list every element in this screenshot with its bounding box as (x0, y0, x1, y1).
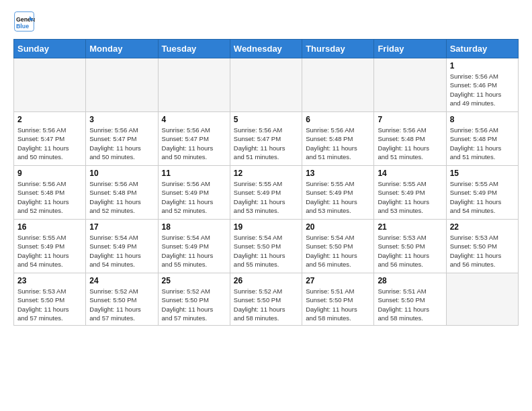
day-cell: 19Sunrise: 5:54 AM Sunset: 5:50 PM Dayli… (230, 220, 302, 273)
day-cell: 20Sunrise: 5:54 AM Sunset: 5:50 PM Dayli… (302, 220, 374, 273)
day-info: Sunrise: 5:54 AM Sunset: 5:50 PM Dayligh… (234, 233, 298, 269)
day-info: Sunrise: 5:51 AM Sunset: 5:50 PM Dayligh… (306, 287, 370, 322)
day-cell: 11Sunrise: 5:56 AM Sunset: 5:49 PM Dayli… (158, 166, 230, 220)
day-cell: 25Sunrise: 5:52 AM Sunset: 5:50 PM Dayli… (158, 273, 230, 326)
weekday-header-thursday: Thursday (302, 40, 374, 58)
day-info: Sunrise: 5:56 AM Sunset: 5:47 PM Dayligh… (162, 126, 226, 161)
day-cell: 9Sunrise: 5:56 AM Sunset: 5:48 PM Daylig… (14, 166, 86, 220)
day-info: Sunrise: 5:52 AM Sunset: 5:50 PM Dayligh… (234, 287, 298, 322)
day-cell: 12Sunrise: 5:55 AM Sunset: 5:49 PM Dayli… (230, 166, 302, 220)
day-info: Sunrise: 5:52 AM Sunset: 5:50 PM Dayligh… (89, 287, 154, 322)
week-row-5: 23Sunrise: 5:53 AM Sunset: 5:50 PM Dayli… (14, 273, 519, 326)
day-number: 21 (378, 222, 442, 232)
weekday-header-tuesday: Tuesday (158, 40, 230, 58)
weekday-header-friday: Friday (374, 40, 446, 58)
day-info: Sunrise: 5:56 AM Sunset: 5:48 PM Dayligh… (17, 179, 82, 215)
day-cell: 14Sunrise: 5:55 AM Sunset: 5:49 PM Dayli… (374, 166, 446, 220)
day-cell (14, 58, 86, 112)
day-number: 18 (162, 222, 226, 232)
day-cell: 26Sunrise: 5:52 AM Sunset: 5:50 PM Dayli… (230, 273, 302, 326)
day-info: Sunrise: 5:55 AM Sunset: 5:49 PM Dayligh… (234, 179, 298, 215)
day-info: Sunrise: 5:54 AM Sunset: 5:49 PM Dayligh… (162, 233, 226, 269)
day-cell (446, 273, 518, 326)
logo-icon: General Blue (13, 11, 35, 32)
day-info: Sunrise: 5:55 AM Sunset: 5:49 PM Dayligh… (450, 179, 515, 215)
day-cell: 5Sunrise: 5:56 AM Sunset: 5:47 PM Daylig… (230, 112, 302, 166)
day-cell: 8Sunrise: 5:56 AM Sunset: 5:48 PM Daylig… (446, 112, 518, 166)
day-number: 12 (234, 169, 298, 178)
day-number: 22 (450, 222, 515, 232)
day-cell: 7Sunrise: 5:56 AM Sunset: 5:48 PM Daylig… (374, 112, 446, 166)
day-number: 23 (17, 276, 82, 285)
day-number: 27 (306, 276, 370, 285)
weekday-header-saturday: Saturday (446, 40, 518, 58)
day-info: Sunrise: 5:56 AM Sunset: 5:49 PM Dayligh… (162, 179, 226, 215)
day-number: 15 (450, 169, 515, 178)
logo: General Blue (13, 11, 36, 32)
day-number: 26 (234, 276, 298, 285)
day-cell (86, 58, 158, 112)
page: General Blue SundayMondayTuesdayWednesda… (0, 0, 532, 411)
day-info: Sunrise: 5:52 AM Sunset: 5:50 PM Dayligh… (162, 287, 226, 322)
day-info: Sunrise: 5:56 AM Sunset: 5:47 PM Dayligh… (234, 126, 298, 161)
day-number: 10 (89, 169, 154, 178)
day-info: Sunrise: 5:53 AM Sunset: 5:50 PM Dayligh… (378, 233, 442, 269)
weekday-header-wednesday: Wednesday (230, 40, 302, 58)
day-number: 28 (378, 276, 442, 285)
day-info: Sunrise: 5:51 AM Sunset: 5:50 PM Dayligh… (378, 287, 442, 322)
weekday-header-monday: Monday (86, 40, 158, 58)
day-cell: 6Sunrise: 5:56 AM Sunset: 5:48 PM Daylig… (302, 112, 374, 166)
day-number: 5 (234, 115, 298, 124)
day-number: 2 (17, 115, 82, 124)
day-cell: 27Sunrise: 5:51 AM Sunset: 5:50 PM Dayli… (302, 273, 374, 326)
day-info: Sunrise: 5:56 AM Sunset: 5:47 PM Dayligh… (89, 126, 154, 161)
week-row-3: 9Sunrise: 5:56 AM Sunset: 5:48 PM Daylig… (14, 166, 519, 220)
day-number: 6 (306, 115, 370, 124)
day-number: 11 (162, 169, 226, 178)
day-cell (374, 58, 446, 112)
day-info: Sunrise: 5:54 AM Sunset: 5:49 PM Dayligh… (89, 233, 154, 269)
day-cell: 24Sunrise: 5:52 AM Sunset: 5:50 PM Dayli… (86, 273, 158, 326)
day-info: Sunrise: 5:53 AM Sunset: 5:50 PM Dayligh… (450, 233, 515, 269)
day-cell: 13Sunrise: 5:55 AM Sunset: 5:49 PM Dayli… (302, 166, 374, 220)
day-cell (230, 58, 302, 112)
day-cell: 2Sunrise: 5:56 AM Sunset: 5:47 PM Daylig… (14, 112, 86, 166)
day-cell (158, 58, 230, 112)
calendar: SundayMondayTuesdayWednesdayThursdayFrid… (13, 39, 519, 326)
day-info: Sunrise: 5:56 AM Sunset: 5:48 PM Dayligh… (89, 179, 154, 215)
header: General Blue (13, 11, 519, 32)
day-info: Sunrise: 5:54 AM Sunset: 5:50 PM Dayligh… (306, 233, 370, 269)
day-cell: 15Sunrise: 5:55 AM Sunset: 5:49 PM Dayli… (446, 166, 518, 220)
day-cell: 21Sunrise: 5:53 AM Sunset: 5:50 PM Dayli… (374, 220, 446, 273)
weekday-header-row: SundayMondayTuesdayWednesdayThursdayFrid… (14, 40, 519, 58)
day-number: 1 (450, 61, 515, 71)
svg-text:Blue: Blue (16, 23, 29, 30)
day-info: Sunrise: 5:56 AM Sunset: 5:47 PM Dayligh… (17, 126, 82, 161)
day-number: 19 (234, 222, 298, 232)
day-cell (302, 58, 374, 112)
day-cell: 28Sunrise: 5:51 AM Sunset: 5:50 PM Dayli… (374, 273, 446, 326)
day-info: Sunrise: 5:56 AM Sunset: 5:48 PM Dayligh… (450, 126, 515, 161)
day-cell: 23Sunrise: 5:53 AM Sunset: 5:50 PM Dayli… (14, 273, 86, 326)
day-number: 20 (306, 222, 370, 232)
day-cell: 4Sunrise: 5:56 AM Sunset: 5:47 PM Daylig… (158, 112, 230, 166)
day-cell: 16Sunrise: 5:55 AM Sunset: 5:49 PM Dayli… (14, 220, 86, 273)
day-cell: 22Sunrise: 5:53 AM Sunset: 5:50 PM Dayli… (446, 220, 518, 273)
day-cell: 3Sunrise: 5:56 AM Sunset: 5:47 PM Daylig… (86, 112, 158, 166)
day-number: 25 (162, 276, 226, 285)
day-number: 4 (162, 115, 226, 124)
day-cell: 1Sunrise: 5:56 AM Sunset: 5:46 PM Daylig… (446, 58, 518, 112)
day-number: 13 (306, 169, 370, 178)
day-cell: 10Sunrise: 5:56 AM Sunset: 5:48 PM Dayli… (86, 166, 158, 220)
day-number: 8 (450, 115, 515, 124)
day-number: 24 (89, 276, 154, 285)
day-info: Sunrise: 5:56 AM Sunset: 5:48 PM Dayligh… (378, 126, 442, 161)
day-number: 7 (378, 115, 442, 124)
day-info: Sunrise: 5:55 AM Sunset: 5:49 PM Dayligh… (306, 179, 370, 215)
day-number: 9 (17, 169, 82, 178)
day-number: 16 (17, 222, 82, 232)
week-row-2: 2Sunrise: 5:56 AM Sunset: 5:47 PM Daylig… (14, 112, 519, 166)
day-cell: 18Sunrise: 5:54 AM Sunset: 5:49 PM Dayli… (158, 220, 230, 273)
day-info: Sunrise: 5:55 AM Sunset: 5:49 PM Dayligh… (378, 179, 442, 215)
day-info: Sunrise: 5:56 AM Sunset: 5:46 PM Dayligh… (450, 72, 515, 107)
